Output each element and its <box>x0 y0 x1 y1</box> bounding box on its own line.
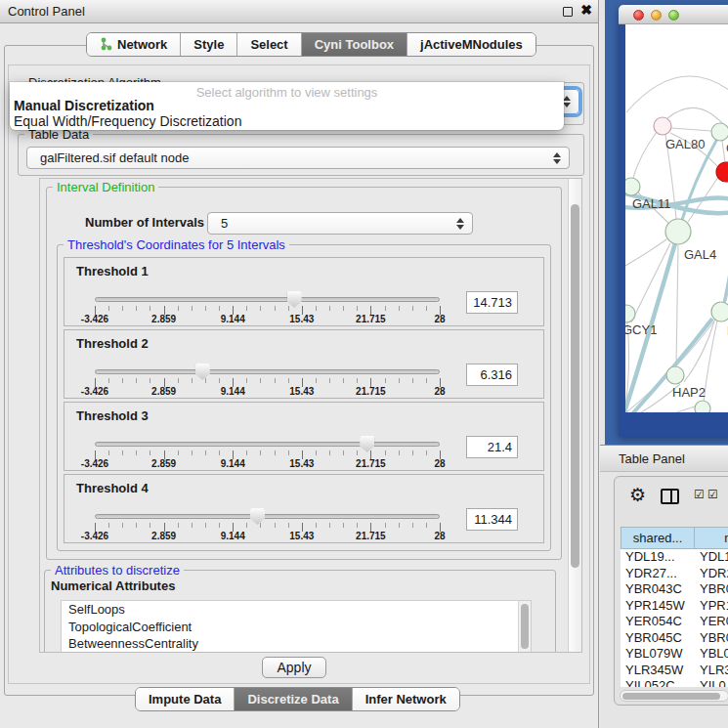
threshold-2-value[interactable]: 6.316 <box>466 364 518 386</box>
tab-jactivemnodules[interactable]: jActiveMNodules <box>407 33 535 56</box>
node-gcy1[interactable] <box>625 305 635 322</box>
checkbox-icon[interactable]: ☑ <box>694 488 705 501</box>
node-label: GCY1 <box>625 322 657 337</box>
dropdown-item-manual-discretization[interactable]: Manual Discretization <box>14 99 560 113</box>
number-of-intervals-label: Number of Intervals <box>85 215 204 230</box>
column-header-shared-name[interactable]: shared... <box>621 527 695 549</box>
threshold-1-slider[interactable] <box>95 297 440 302</box>
cytoscape-desktop: GAL80 GA C GAL11 GAL4 GCY1 H HAP2 <box>605 0 728 445</box>
threshold-1-label: Threshold 1 <box>76 264 149 278</box>
table-panel-title: Table Panel <box>619 446 685 472</box>
tab-cyni-toolbox[interactable]: Cyni Toolbox <box>301 33 407 56</box>
table-row[interactable]: YBR045C YBR0 <box>621 630 728 647</box>
tab-impute-data[interactable]: Impute Data <box>136 688 234 710</box>
algorithm-dropdown-popup: Select algorithm to view settings Manual… <box>10 82 564 130</box>
tab-infer-network[interactable]: Infer Network <box>352 688 459 710</box>
table-header-row: shared... na <box>621 527 728 549</box>
gear-icon[interactable]: ⚙ <box>629 484 646 506</box>
settings-scrollarea: Interval Definition Number of Intervals … <box>39 178 582 653</box>
table-row[interactable]: YPR145W YPR1 <box>621 598 728 615</box>
main-desktop-region: GAL80 GA C GAL11 GAL4 GCY1 H HAP2 Table … <box>600 0 728 728</box>
threshold-3-label: Threshold 3 <box>76 408 149 423</box>
table-horizontal-scrollbar[interactable] <box>620 690 728 702</box>
node-label: HAP2 <box>672 385 706 400</box>
tab-style[interactable]: Style <box>180 33 236 56</box>
node-label: GAL11 <box>632 196 671 211</box>
table-panel-titlebar: Table Panel <box>600 445 728 472</box>
node-bottom[interactable] <box>695 401 710 412</box>
list-scrollbar[interactable] <box>518 601 531 653</box>
node-gal11[interactable] <box>625 178 640 195</box>
scrollbar-thumb[interactable] <box>622 693 720 700</box>
table-row[interactable]: YDR27... YDR2 <box>621 566 728 582</box>
threshold-3-value[interactable]: 21.4 <box>466 436 518 458</box>
table-row[interactable]: YLR345W YLR3 <box>621 663 728 679</box>
node-gal80[interactable] <box>654 117 671 135</box>
numerical-attributes-label: Numerical Attributes <box>51 578 175 593</box>
stepper-icon <box>553 152 561 164</box>
list-item[interactable]: TopologicalCoefficient <box>62 619 531 636</box>
node-hap2[interactable] <box>666 366 684 384</box>
table-body: YDL19... YDL1 YDR27... YDR2 YBR043C YBR0… <box>621 549 728 687</box>
settings-vertical-scrollbar[interactable] <box>568 179 581 652</box>
table-row[interactable]: YBL079W YBL0 <box>621 646 728 663</box>
threshold-2-panel: Threshold 2 -3.4262.8599.14415.4321.7152… <box>64 329 544 399</box>
threshold-4-slider[interactable] <box>95 514 440 519</box>
node-ga[interactable] <box>711 123 728 141</box>
threshold-1-value[interactable]: 14.713 <box>466 291 518 314</box>
split-view-icon[interactable] <box>661 489 679 504</box>
node-h[interactable] <box>711 302 728 321</box>
interval-definition-title: Interval Definition <box>53 180 158 194</box>
number-of-intervals-value: 5 <box>221 213 450 234</box>
threshold-2-slider[interactable] <box>95 369 440 374</box>
table-data-selected: galFiltered.sif default node <box>40 148 547 168</box>
top-tabstrip: Network Style Select Cyni Toolbox jActiv… <box>86 32 536 57</box>
slider-tick-labels: -3.4262.8599.14415.4321.71528 <box>95 386 440 398</box>
stepper-icon <box>456 218 464 230</box>
close-traffic-light-icon[interactable] <box>633 10 644 21</box>
slider-tick-labels: -3.4262.8599.14415.4321.71528 <box>95 531 440 542</box>
table-row[interactable]: YER054C YER0 <box>621 614 728 630</box>
node-gal4[interactable] <box>665 219 691 244</box>
tab-select[interactable]: Select <box>236 33 300 56</box>
network-icon <box>100 37 112 52</box>
list-item[interactable]: SelfLoops <box>62 601 531 619</box>
thresholds-group: Threshold's Coordinates for 5 Intervals … <box>57 244 551 551</box>
node-label: GAL80 <box>665 137 705 151</box>
threshold-3-slider[interactable] <box>95 442 440 447</box>
table-data-group: Table Data galFiltered.sif default node <box>18 134 584 176</box>
dropdown-item-equal-width-frequency[interactable]: Equal Width/Frequency Discretization <box>14 114 560 129</box>
node-selected-red[interactable] <box>716 162 728 182</box>
column-header-name[interactable]: na <box>695 527 728 549</box>
float-window-icon[interactable] <box>563 7 573 17</box>
network-canvas[interactable]: GAL80 GA C GAL11 GAL4 GCY1 H HAP2 <box>625 24 728 412</box>
tab-discretize-data[interactable]: Discretize Data <box>234 688 351 710</box>
table-row[interactable]: YBR043C YBR0 <box>621 581 728 598</box>
panel-title: Control Panel <box>8 0 85 22</box>
minimize-traffic-light-icon[interactable] <box>651 10 662 21</box>
threshold-4-panel: Threshold 4 -3.4262.8599.14415.4321.7152… <box>64 474 544 543</box>
zoom-traffic-light-icon[interactable] <box>668 10 679 21</box>
scrollbar-thumb[interactable] <box>571 204 579 568</box>
number-of-intervals-combo[interactable]: 5 <box>207 212 473 235</box>
tab-network[interactable]: Network <box>87 33 180 56</box>
control-panel-titlebar: Control Panel ✖ <box>0 0 598 23</box>
network-view-window[interactable]: GAL80 GA C GAL11 GAL4 GCY1 H HAP2 <box>619 5 728 437</box>
table-panel: ⚙ ☑ ☑ shared... na YDL19... YDL1 YDR27..… <box>614 476 728 706</box>
network-window-titlebar <box>619 5 728 24</box>
table-data-combo[interactable]: galFiltered.sif default node <box>26 147 570 169</box>
apply-button[interactable]: Apply <box>262 657 326 678</box>
threshold-4-label: Threshold 4 <box>76 481 149 495</box>
table-row[interactable]: YIL052C YIL0 <box>621 678 728 687</box>
threshold-3-panel: Threshold 3 -3.4262.8599.14415.4321.7152… <box>64 402 544 471</box>
node-label: GAL4 <box>684 247 716 262</box>
interval-definition-group: Interval Definition Number of Intervals … <box>46 187 562 560</box>
slider-tick-labels: -3.4262.8599.14415.4321.71528 <box>95 314 440 325</box>
list-item[interactable]: BetweennessCentrality <box>62 635 531 653</box>
threshold-4-value[interactable]: 11.344 <box>466 508 518 531</box>
table-row[interactable]: YDL19... YDL1 <box>621 549 728 566</box>
close-icon[interactable]: ✖ <box>580 2 592 18</box>
attributes-group: Attributes to discretize Numerical Attri… <box>44 570 556 653</box>
numerical-attributes-list: SelfLoops TopologicalCoefficient Between… <box>61 600 532 653</box>
checkbox-icon[interactable]: ☑ <box>707 488 718 501</box>
